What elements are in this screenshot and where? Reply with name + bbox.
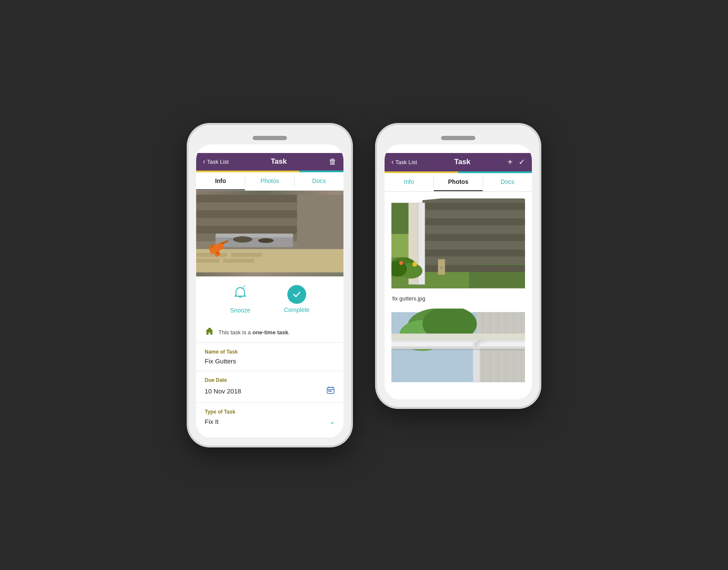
type-of-task-field[interactable]: Fix It ⌄ [205, 417, 335, 429]
due-date-value: 10 Nov 2018 [205, 387, 241, 395]
svg-rect-3 [196, 202, 297, 210]
svg-rect-70 [473, 347, 480, 382]
complete-button[interactable]: Complete [284, 285, 310, 314]
svg-rect-9 [215, 234, 293, 237]
task-note: This task is a one-time task. [196, 322, 343, 343]
phone-1-speaker [253, 136, 287, 140]
status-bar-2 [385, 144, 532, 153]
nav-header-1: ‹ Task List Task 🗑 [196, 153, 343, 171]
back-label-1: Task List [207, 159, 229, 165]
svg-rect-41 [423, 241, 525, 248]
svg-rect-43 [423, 257, 525, 264]
phone-1: ‹ Task List Task 🗑 Info Photos [188, 125, 351, 446]
svg-point-52 [412, 262, 417, 267]
hero-image-1 [196, 191, 343, 276]
svg-rect-15 [196, 258, 219, 262]
svg-rect-69 [391, 346, 525, 349]
phones-container: ‹ Task List Task 🗑 Info Photos [188, 125, 540, 446]
photo-frame-2[interactable] [391, 309, 525, 386]
svg-rect-37 [423, 210, 525, 217]
due-date-group: Due Date 10 Nov 2018 [196, 371, 343, 403]
name-of-task-label: Name of Task [205, 349, 335, 355]
tabs-1: Info Photos Docs [196, 172, 343, 191]
svg-point-10 [233, 236, 252, 242]
tab-photos-2[interactable]: Photos [434, 173, 483, 191]
svg-rect-30 [328, 390, 330, 392]
photo-caption-1: fix gutters.jpg [391, 295, 525, 302]
svg-point-11 [258, 238, 274, 243]
svg-rect-36 [423, 203, 525, 210]
tab-docs-2[interactable]: Docs [483, 173, 532, 191]
back-arrow-icon-1: ‹ [203, 158, 205, 165]
back-arrow-icon-2: ‹ [391, 158, 394, 166]
hero-image-svg [196, 191, 343, 276]
snooze-button[interactable]: z z z Snooze [230, 285, 250, 314]
snooze-icon: z z z [232, 285, 248, 304]
phone-2-speaker [441, 136, 475, 140]
phone-1-content: z z z Snooze Complete [196, 191, 343, 438]
svg-rect-16 [223, 258, 254, 262]
photo-1-svg: 4 [391, 198, 525, 293]
nav-title-1: Task [271, 157, 287, 166]
task-note-text: This task is a one-time task. [218, 329, 290, 336]
nav-header-2: ‹ Task List Task + ✓ [385, 153, 532, 171]
delete-icon-1[interactable]: 🗑 [329, 157, 337, 166]
svg-rect-40 [423, 234, 525, 240]
complete-label: Complete [284, 306, 310, 313]
svg-point-53 [399, 261, 403, 265]
photo-item-2 [391, 309, 525, 386]
type-of-task-label: Type of Task [205, 409, 335, 415]
svg-rect-73 [391, 348, 525, 350]
phone-2-screen: ‹ Task List Task + ✓ Info Photos [385, 144, 532, 399]
name-of-task-value[interactable]: Fix Gutters [205, 357, 335, 368]
phone-1-screen: ‹ Task List Task 🗑 Info Photos [196, 144, 343, 438]
calendar-icon[interactable] [326, 386, 335, 396]
type-of-task-value: Fix It [205, 418, 219, 425]
svg-rect-2 [196, 195, 297, 202]
phone-2: ‹ Task List Task + ✓ Info Photos [377, 125, 540, 407]
photo-frame-1[interactable]: 4 [391, 198, 525, 293]
photo-2-svg [391, 309, 525, 386]
svg-text:z: z [244, 285, 246, 287]
due-date-field[interactable]: 10 Nov 2018 [205, 386, 335, 400]
nav-title-2: Task [454, 158, 471, 166]
svg-rect-4 [196, 210, 297, 218]
svg-rect-72 [391, 333, 525, 340]
photo-item-1: 4 fix gutters.jpg [391, 198, 525, 302]
tab-info-2[interactable]: Info [385, 173, 433, 191]
svg-rect-38 [423, 218, 525, 225]
back-label-2: Task List [395, 159, 417, 165]
svg-rect-6 [196, 225, 297, 233]
chevron-down-icon: ⌄ [329, 417, 335, 426]
tab-photos-1[interactable]: Photos [245, 172, 294, 190]
tab-docs-1[interactable]: Docs [295, 172, 343, 190]
svg-rect-5 [196, 218, 297, 225]
name-of-task-group: Name of Task Fix Gutters [196, 343, 343, 371]
home-icon [205, 327, 214, 338]
svg-rect-39 [423, 226, 525, 233]
snooze-label: Snooze [230, 307, 250, 314]
tab-info-1[interactable]: Info [196, 172, 245, 190]
action-buttons: z z z Snooze Complete [196, 276, 343, 322]
check-icon-2[interactable]: ✓ [519, 157, 525, 167]
back-button-1[interactable]: ‹ Task List [203, 158, 229, 165]
complete-icon [287, 285, 306, 304]
photos-list: 4 fix gutters.jpg [385, 192, 532, 399]
status-bar-1 [196, 144, 343, 153]
tabs-2: Info Photos Docs [385, 173, 532, 192]
svg-rect-42 [423, 249, 525, 256]
svg-rect-14 [231, 253, 262, 257]
plus-icon-2[interactable]: + [507, 157, 513, 167]
nav-actions-2: + ✓ [507, 157, 525, 167]
svg-text:4: 4 [440, 265, 443, 270]
back-button-2[interactable]: ‹ Task List [391, 158, 417, 166]
due-date-label: Due Date [205, 377, 335, 383]
svg-rect-31 [330, 390, 331, 392]
svg-rect-44 [423, 265, 525, 272]
nav-actions-1: 🗑 [329, 157, 337, 166]
type-of-task-group: Type of Task Fix It ⌄ [196, 403, 343, 438]
